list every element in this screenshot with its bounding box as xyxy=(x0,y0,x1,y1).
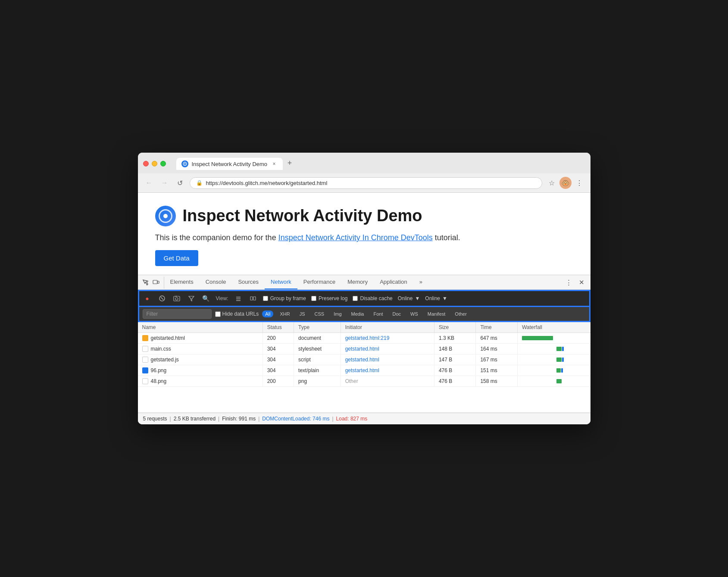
table-row[interactable]: 96.png 304 text/plain getstarted.html 47… xyxy=(138,365,591,376)
online2-dropdown[interactable]: ▼ xyxy=(442,295,447,301)
reload-button[interactable]: ↺ xyxy=(174,177,186,189)
filter-type-js[interactable]: JS xyxy=(297,310,308,317)
cell-initiator: getstarted.html xyxy=(341,354,434,365)
initiator-link[interactable]: getstarted.html xyxy=(345,357,379,363)
list-view-button[interactable] xyxy=(234,294,243,303)
star-button[interactable]: ☆ xyxy=(546,177,558,189)
forward-button[interactable]: → xyxy=(159,177,171,189)
profile-avatar[interactable]: 🐵 xyxy=(559,177,572,189)
devtools-logo xyxy=(155,206,176,226)
hide-data-urls-group: Hide data URLs xyxy=(215,311,259,317)
filter-type-doc[interactable]: Doc xyxy=(389,310,404,317)
preserve-log-checkbox[interactable] xyxy=(311,296,316,301)
search-button[interactable]: 🔍 xyxy=(201,294,211,303)
cell-name: main.css xyxy=(138,344,263,354)
record-button[interactable]: ● xyxy=(143,294,152,303)
col-name: Name xyxy=(138,322,263,333)
subtitle-pre-text: This is the companion demo for the xyxy=(155,233,278,242)
cell-time: 151 ms xyxy=(476,365,518,376)
tab-network[interactable]: Network xyxy=(265,275,297,289)
filter-type-media[interactable]: Media xyxy=(348,310,367,317)
tab-performance[interactable]: Performance xyxy=(297,275,341,289)
status-finish: Finish: 991 ms xyxy=(222,416,256,422)
menu-button[interactable]: ⋮ xyxy=(573,177,585,189)
back-button[interactable]: ← xyxy=(143,177,155,189)
filter-type-img[interactable]: Img xyxy=(331,310,344,317)
cell-waterfall xyxy=(517,376,590,387)
cell-size: 1.3 KB xyxy=(434,333,476,344)
minimize-traffic-light[interactable] xyxy=(152,161,157,166)
online-dropdown[interactable]: ▼ xyxy=(415,295,420,301)
group-by-frame-checkbox[interactable] xyxy=(263,296,268,301)
tab-more[interactable]: » xyxy=(413,275,428,289)
tab-title: Inspect Network Activity Demo xyxy=(192,161,268,167)
filter-row: Hide data URLs All XHR JS CSS Img Media … xyxy=(138,307,591,322)
cell-time: 647 ms xyxy=(476,333,518,344)
col-status: Status xyxy=(262,322,294,333)
inspect-element-icon[interactable] xyxy=(141,276,151,288)
device-toolbar-icon[interactable] xyxy=(151,276,161,288)
file-name: 96.png xyxy=(151,367,167,373)
lock-icon: 🔒 xyxy=(196,180,203,186)
filter-type-all[interactable]: All xyxy=(262,310,273,317)
disable-cache-checkbox[interactable] xyxy=(353,296,358,301)
new-tab-button[interactable]: + xyxy=(284,157,296,169)
active-tab[interactable]: Inspect Network Activity Demo × xyxy=(176,158,283,170)
tab-console[interactable]: Console xyxy=(200,275,232,289)
network-status-bar: 5 requests | 2.5 KB transferred | Finish… xyxy=(138,413,591,424)
initiator-link[interactable]: getstarted.html xyxy=(345,346,379,352)
address-bar-actions: ☆ 🐵 ⋮ xyxy=(546,177,585,189)
devtools-close-button[interactable]: ✕ xyxy=(576,276,588,288)
tab-sources[interactable]: Sources xyxy=(232,275,265,289)
cell-name: getstarted.html xyxy=(138,333,263,344)
table-row[interactable]: 48.png 200 png Other 476 B 158 ms xyxy=(138,376,591,387)
devtools-logo-inner xyxy=(159,209,172,223)
tab-close-button[interactable]: × xyxy=(271,160,278,167)
filter-toggle-button[interactable] xyxy=(187,294,196,303)
svg-rect-14 xyxy=(253,297,256,300)
initiator-link[interactable]: getstarted.html:219 xyxy=(345,335,390,341)
group-by-frame-label: Group by frame xyxy=(270,295,306,301)
cell-status: 200 xyxy=(262,376,294,387)
waterfall-container xyxy=(522,357,586,362)
filter-type-font[interactable]: Font xyxy=(370,310,386,317)
tab-favicon xyxy=(181,160,188,167)
group-by-frame-checkbox-group: Group by frame xyxy=(263,295,306,301)
waterfall-bar xyxy=(522,336,553,340)
hide-data-urls-checkbox[interactable] xyxy=(215,311,221,317)
get-data-button[interactable]: Get Data xyxy=(155,250,198,266)
filter-type-css[interactable]: CSS xyxy=(312,310,328,317)
filter-type-ws[interactable]: WS xyxy=(407,310,421,317)
devtools-more-options[interactable]: ⋮ xyxy=(563,276,575,288)
url-bar[interactable]: 🔒 https://devtools.glitch.me/network/get… xyxy=(190,177,542,189)
filter-input[interactable] xyxy=(143,309,212,319)
initiator-link[interactable]: getstarted.html xyxy=(345,367,379,373)
filter-type-manifest[interactable]: Manifest xyxy=(425,310,449,317)
devtools-logo-dot xyxy=(163,214,168,218)
screenshot-frames-button[interactable] xyxy=(248,294,258,303)
svg-point-7 xyxy=(175,298,178,300)
tab-elements[interactable]: Elements xyxy=(164,275,200,289)
tab-application[interactable]: Application xyxy=(374,275,413,289)
filter-type-xhr[interactable]: XHR xyxy=(277,310,293,317)
tab-memory[interactable]: Memory xyxy=(341,275,374,289)
cell-waterfall xyxy=(517,333,590,344)
screenshot-button[interactable] xyxy=(172,294,181,303)
tutorial-link[interactable]: Inspect Network Activity In Chrome DevTo… xyxy=(278,233,433,242)
fullscreen-traffic-light[interactable] xyxy=(160,161,166,166)
filter-type-other[interactable]: Other xyxy=(452,310,470,317)
traffic-lights xyxy=(143,161,166,166)
cell-name: getstarted.js xyxy=(138,354,263,365)
col-time: Time xyxy=(476,322,518,333)
table-row[interactable]: getstarted.js 304 script getstarted.html… xyxy=(138,354,591,365)
table-row[interactable]: getstarted.html 200 document getstarted.… xyxy=(138,333,591,344)
table-row[interactable]: main.css 304 stylesheet getstarted.html … xyxy=(138,344,591,354)
network-controls-row: ● 🔍 View: Group by frame xyxy=(138,290,591,307)
waterfall-bar xyxy=(556,357,562,362)
close-traffic-light[interactable] xyxy=(143,161,149,166)
col-size: Size xyxy=(434,322,476,333)
cell-status: 304 xyxy=(262,354,294,365)
clear-button[interactable] xyxy=(157,294,167,303)
devtools-panel: Elements Console Sources Network Perform… xyxy=(138,275,591,424)
tabs-row: Inspect Network Activity Demo × + xyxy=(176,157,296,170)
